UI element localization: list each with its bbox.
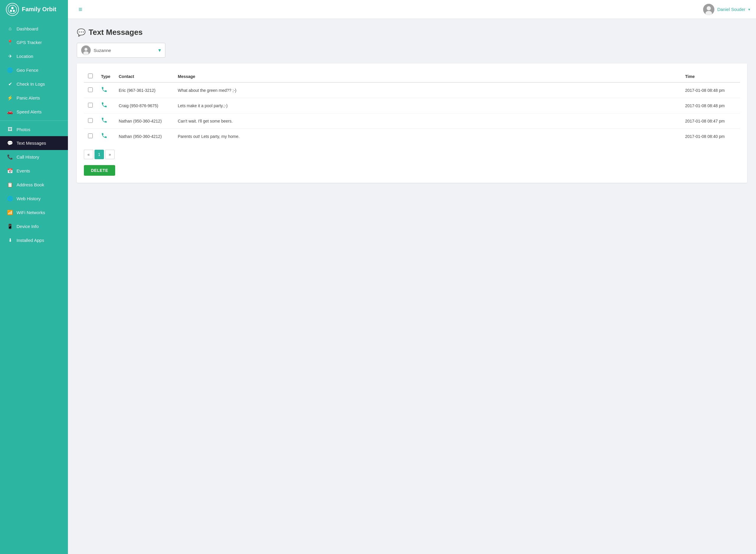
col-checkbox <box>84 70 97 82</box>
row-type-cell-0 <box>97 82 115 98</box>
svg-point-3 <box>13 9 15 12</box>
row-message-3: Parents out! Lets party, my home. <box>174 129 681 144</box>
sidebar-item-panic-alerts[interactable]: ⚡Panic Alerts <box>0 91 68 105</box>
col-type: Type <box>97 70 115 82</box>
current-page-button[interactable]: 1 <box>95 150 104 159</box>
call-history-icon: 📞 <box>7 154 13 160</box>
sidebar-item-location[interactable]: ✈Location <box>0 49 68 63</box>
row-message-1: Lets make it a pool party.;-) <box>174 98 681 113</box>
sidebar-item-device-info[interactable]: 📱Device Info <box>0 219 68 233</box>
table-row: Eric (967-361-3212) What about the green… <box>84 82 740 98</box>
sidebar-label-address-book: Address Book <box>16 182 44 187</box>
sidebar-label-location: Location <box>16 54 34 59</box>
sidebar-label-speed-alerts: Speed Alerts <box>16 109 42 114</box>
chevron-down-icon[interactable]: ▾ <box>748 7 750 11</box>
col-message: Message <box>174 70 681 82</box>
table-row: Nathan (950-360-4212) Can't wait. I'll g… <box>84 113 740 129</box>
sidebar-item-photos[interactable]: 🖼Photos <box>0 122 68 136</box>
sidebar-item-speed-alerts[interactable]: 🚗Speed Alerts <box>0 105 68 119</box>
sidebar-label-dashboard: Dashboard <box>16 26 38 31</box>
sidebar-item-text-messages[interactable]: 💬Text Messages <box>0 136 68 150</box>
svg-point-9 <box>83 51 89 55</box>
row-time-0: 2017-01-08 08:48 pm <box>681 82 740 98</box>
check-in-logs-icon: ✔ <box>7 81 13 87</box>
web-history-icon: 🌐 <box>7 196 13 202</box>
user-name[interactable]: Daniel Souder <box>717 7 745 12</box>
select-all-checkbox[interactable] <box>88 73 93 78</box>
sidebar-item-installed-apps[interactable]: ⬇Installed Apps <box>0 233 68 247</box>
messages-card: Type Contact Message Time Eric (967-361-… <box>77 63 747 183</box>
layout: ⌂Dashboard📍GPS Tracker✈Location🌐Geo Fenc… <box>0 19 756 554</box>
text-messages-icon: 💬 <box>7 140 13 146</box>
sidebar: ⌂Dashboard📍GPS Tracker✈Location🌐Geo Fenc… <box>0 19 68 554</box>
row-checkbox-2[interactable] <box>88 118 93 123</box>
page-title-area: 💬 Text Messages <box>77 28 747 37</box>
sidebar-label-wifi-networks: WiFi Networks <box>16 210 45 215</box>
sidebar-item-gps-tracker[interactable]: 📍GPS Tracker <box>0 36 68 49</box>
call-icon-2 <box>101 119 108 125</box>
header-left: Family Orbit ≡ <box>6 0 82 19</box>
sidebar-item-wifi-networks[interactable]: 📶WiFi Networks <box>0 206 68 219</box>
panic-alerts-icon: ⚡ <box>7 95 13 101</box>
row-message-2: Can't wait. I'll get some beers. <box>174 113 681 129</box>
avatar <box>703 4 714 15</box>
photos-icon: 🖼 <box>7 127 13 132</box>
next-page-button[interactable]: » <box>105 150 115 159</box>
device-chevron-icon: ▾ <box>158 47 161 53</box>
table-row: Nathan (950-360-4212) Parents out! Lets … <box>84 129 740 144</box>
svg-point-8 <box>84 48 88 51</box>
row-checkbox-1[interactable] <box>88 103 93 108</box>
prev-page-button[interactable]: « <box>84 150 93 159</box>
col-contact: Contact <box>115 70 174 82</box>
sidebar-label-gps-tracker: GPS Tracker <box>16 40 42 45</box>
delete-button[interactable]: DELETE <box>84 165 115 176</box>
row-type-cell-3 <box>97 129 115 144</box>
sidebar-item-web-history[interactable]: 🌐Web History <box>0 192 68 206</box>
device-selector[interactable]: Suzanne ▾ <box>77 43 165 58</box>
device-info-icon: 📱 <box>7 224 13 229</box>
sidebar-label-installed-apps: Installed Apps <box>16 238 44 243</box>
col-time: Time <box>681 70 740 82</box>
row-checkbox-cell-3 <box>84 129 97 144</box>
device-avatar <box>81 46 91 55</box>
logo-text: Family Orbit <box>22 6 56 13</box>
speed-alerts-icon: 🚗 <box>7 109 13 115</box>
sidebar-item-address-book[interactable]: 📋Address Book <box>0 178 68 192</box>
sidebar-label-geo-fence: Geo Fence <box>16 68 39 73</box>
installed-apps-icon: ⬇ <box>7 237 13 243</box>
row-checkbox-3[interactable] <box>88 133 93 138</box>
call-icon-1 <box>101 103 108 109</box>
page-title-icon: 💬 <box>77 29 85 37</box>
sidebar-label-events: Events <box>16 168 30 173</box>
call-icon-3 <box>101 134 108 140</box>
row-time-2: 2017-01-08 08:47 pm <box>681 113 740 129</box>
row-message-0: What about the green med?? ;-) <box>174 82 681 98</box>
events-icon: 📅 <box>7 168 13 174</box>
wifi-networks-icon: 📶 <box>7 210 13 215</box>
table-row: Craig (950-876-9675) Lets make it a pool… <box>84 98 740 113</box>
svg-point-1 <box>11 7 14 9</box>
sidebar-item-call-history[interactable]: 📞Call History <box>0 150 68 164</box>
header-right: Daniel Souder ▾ <box>703 4 750 15</box>
sidebar-label-device-info: Device Info <box>16 224 39 229</box>
row-time-1: 2017-01-08 08:48 pm <box>681 98 740 113</box>
sidebar-label-photos: Photos <box>16 127 31 132</box>
sidebar-item-dashboard[interactable]: ⌂Dashboard <box>0 22 68 36</box>
sidebar-label-panic-alerts: Panic Alerts <box>16 95 40 100</box>
sidebar-label-check-in-logs: Check In Logs <box>16 81 45 87</box>
sidebar-item-geo-fence[interactable]: 🌐Geo Fence <box>0 63 68 77</box>
hamburger-icon[interactable]: ≡ <box>78 6 82 13</box>
sidebar-item-check-in-logs[interactable]: ✔Check In Logs <box>0 77 68 91</box>
svg-point-0 <box>8 5 17 14</box>
row-contact-0: Eric (967-361-3212) <box>115 82 174 98</box>
geo-fence-icon: 🌐 <box>7 67 13 73</box>
logo-area: Family Orbit <box>0 0 68 19</box>
gps-tracker-icon: 📍 <box>7 40 13 45</box>
row-checkbox-0[interactable] <box>88 88 93 92</box>
svg-point-2 <box>10 9 12 12</box>
sidebar-item-events[interactable]: 📅Events <box>0 164 68 178</box>
row-type-cell-1 <box>97 98 115 113</box>
logo-icon <box>6 3 19 16</box>
header: Family Orbit ≡ Daniel Souder ▾ <box>0 0 756 19</box>
row-checkbox-cell-0 <box>84 82 97 98</box>
